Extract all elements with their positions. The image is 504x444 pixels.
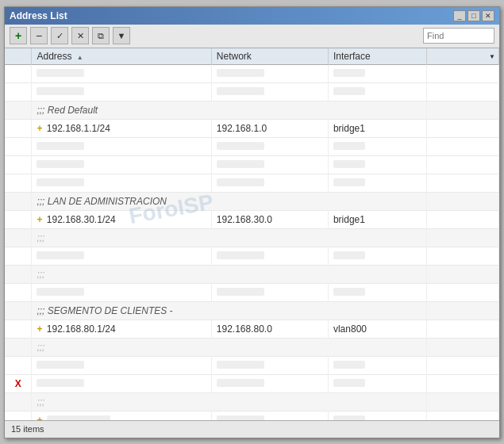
table-row[interactable]: + 192.168.80.1/24 192.168.80.0 vlan800 (5, 320, 499, 338)
table-row-section: ;;; LAN DE ADMINISTRACION (5, 192, 499, 210)
filter-button[interactable]: ▼ (113, 27, 130, 44)
table-row[interactable]: + 192.168.1.1/24 192.168.1.0 bridge1 (5, 119, 499, 137)
col-header-extra[interactable]: ▼ (427, 48, 499, 65)
row-icon (5, 82, 32, 101)
row-network: 192.168.30.0 (211, 210, 328, 228)
remove-button[interactable]: − (30, 27, 48, 44)
plus-icon: + (37, 415, 42, 420)
table-row[interactable] (5, 64, 499, 82)
table-row[interactable] (5, 356, 499, 374)
status-text: 15 items (11, 424, 44, 434)
table-row-section: ;;; Red Default (5, 101, 499, 119)
row-extra (427, 82, 499, 101)
table-row[interactable] (5, 283, 499, 301)
sort-icon: ▲ (77, 54, 83, 61)
row-extra (427, 64, 499, 82)
col-header-interface[interactable]: Interface (328, 48, 427, 65)
col-header-network[interactable]: Network (211, 48, 328, 65)
row-extra (427, 320, 499, 338)
close-button[interactable]: ✕ (482, 10, 494, 21)
enable-button[interactable]: ✓ (51, 27, 68, 44)
row-icon (5, 320, 32, 338)
dropdown-icon: ▼ (489, 52, 495, 59)
plus-icon: + (37, 323, 42, 335)
plus-icon: + (37, 214, 42, 225)
col-header-address[interactable]: Address ▲ (32, 48, 211, 65)
row-extra (427, 210, 499, 228)
section-label: ;;; (32, 265, 427, 283)
table-row-section: ;;; (5, 265, 499, 283)
plus-icon: + (37, 123, 42, 134)
copy-button[interactable]: ⧉ (92, 27, 110, 44)
col-header-icon (5, 48, 32, 65)
window-title: Address List (10, 10, 67, 21)
maximize-button[interactable]: □ (467, 10, 480, 21)
table-container[interactable]: Address ▲ Network Interface ▼ (5, 48, 499, 420)
add-button[interactable]: + (10, 27, 27, 44)
row-icon (5, 210, 32, 228)
table-row[interactable] (5, 137, 499, 155)
row-interface: bridge1 (328, 210, 427, 228)
table-row[interactable]: + 192.168.30.1/24 192.168.30.0 bridge1 (5, 210, 499, 228)
row-interface (328, 82, 427, 101)
row-network: 192.168.80.0 (211, 320, 328, 338)
disable-button[interactable]: ✕ (71, 27, 89, 44)
table-row[interactable] (5, 82, 499, 101)
table-row-section: ;;; SEGMENTO DE CLIENTES - (5, 301, 499, 320)
table-row[interactable]: + (5, 411, 499, 420)
table-row-section: ;;; (5, 228, 499, 247)
section-label: ;;; (32, 392, 427, 411)
row-x-icon: X (5, 374, 32, 392)
table-row-section: ;;; (5, 392, 499, 411)
table-row[interactable] (5, 155, 499, 174)
row-address: + 192.168.1.1/24 (32, 119, 211, 137)
row-address (32, 82, 211, 101)
row-network (211, 64, 328, 82)
table-row[interactable] (5, 174, 499, 192)
section-label: ;;; (32, 338, 427, 356)
row-interface: bridge1 (328, 119, 427, 137)
title-bar-buttons: _ □ ✕ (453, 10, 494, 21)
section-label: ;;; SEGMENTO DE CLIENTES - (32, 301, 427, 320)
row-interface: vlan800 (328, 320, 427, 338)
section-label: ;;; LAN DE ADMINISTRACION (32, 192, 427, 210)
table-row[interactable] (5, 247, 499, 265)
search-box (423, 28, 494, 44)
table-wrapper: ForoISP Address ▲ Network Interfac (5, 48, 499, 420)
row-network: 192.168.1.0 (211, 119, 328, 137)
row-network (211, 82, 328, 101)
minimize-button[interactable]: _ (453, 10, 466, 21)
title-bar: Address List _ □ ✕ (5, 7, 499, 25)
table-row-disabled[interactable]: X (5, 374, 499, 392)
table-row-section: ;;; (5, 338, 499, 356)
row-icon (5, 64, 32, 82)
toolbar: + − ✓ ✕ ⧉ ▼ (5, 25, 499, 48)
row-interface (328, 64, 427, 82)
search-input[interactable] (423, 28, 494, 44)
row-address: + 192.168.30.1/24 (32, 210, 211, 228)
address-table: Address ▲ Network Interface ▼ (5, 48, 499, 420)
row-address: + 192.168.80.1/24 (32, 320, 211, 338)
row-address (32, 64, 211, 82)
section-icon (5, 101, 32, 119)
address-list-window: Address List _ □ ✕ + − ✓ ✕ ⧉ ▼ ForoISP (4, 6, 500, 438)
row-icon (5, 119, 32, 137)
section-label: ;;; Red Default (32, 101, 427, 119)
row-extra (427, 119, 499, 137)
section-label: ;;; (32, 228, 427, 247)
status-bar: 15 items (5, 420, 499, 438)
